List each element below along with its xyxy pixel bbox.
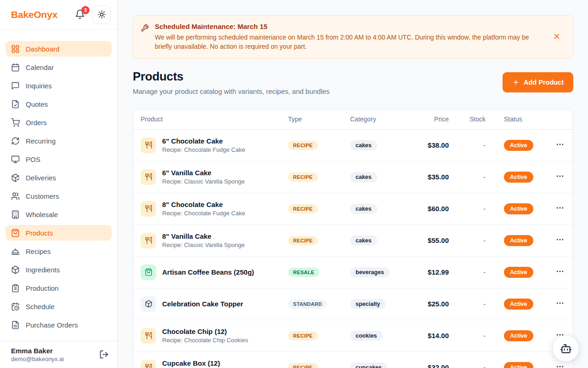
package-icon: [11, 265, 20, 274]
table-row[interactable]: Cupcake Box (12) Recipe: Classic Vanilla…: [133, 352, 573, 368]
ellipsis-icon: [555, 203, 565, 213]
table-row[interactable]: 8" Vanilla Cake Recipe: Classic Vanilla …: [133, 225, 573, 257]
product-stock: -: [449, 205, 486, 213]
logout-button[interactable]: [99, 350, 109, 360]
sidebar-item-deliveries[interactable]: Deliveries: [6, 170, 112, 185]
type-badge: RECIPE: [288, 172, 318, 182]
sun-icon: [97, 10, 106, 19]
category-badge: cakes: [350, 204, 377, 214]
sidebar-item-purchase-orders[interactable]: Purchase Orders: [6, 317, 112, 333]
notifications-button[interactable]: 3: [75, 9, 86, 20]
products-table: Product Type Category Price Stock Status…: [133, 109, 573, 368]
table-row[interactable]: 6" Vanilla Cake Recipe: Classic Vanilla …: [133, 161, 573, 193]
utensils-icon: [141, 138, 156, 153]
status-badge: Active: [504, 203, 533, 214]
shopping-bag-icon: [11, 229, 20, 237]
app-logo[interactable]: BakeOnyx: [11, 9, 57, 20]
user-name: Emma Baker: [11, 347, 64, 355]
sidebar-item-label: Products: [26, 229, 53, 237]
sidebar-item-orders[interactable]: Orders: [6, 115, 112, 130]
page-subtitle: Manage your product catalog with variant…: [133, 87, 330, 95]
product-stock: -: [449, 173, 486, 181]
row-menu-button[interactable]: [554, 172, 565, 183]
sidebar-item-recipes[interactable]: Recipes: [6, 243, 112, 259]
row-menu-button[interactable]: [554, 299, 565, 310]
table-row[interactable]: 8" Chocolate Cake Recipe: Chocolate Fudg…: [133, 193, 573, 225]
product-stock: -: [449, 364, 486, 368]
utensils-icon: [141, 360, 156, 368]
type-badge: RECIPE: [288, 141, 318, 150]
banner-message: We will be performing scheduled maintena…: [155, 33, 537, 52]
sidebar-item-quotes[interactable]: Quotes: [6, 96, 112, 112]
chat-icon: [11, 81, 20, 90]
category-badge: cupcakes: [350, 362, 387, 368]
product-price: $55.00: [412, 236, 449, 244]
file-check-icon: [11, 100, 20, 109]
ellipsis-icon: [555, 140, 565, 149]
product-recipe-subtitle: Recipe: Chocolate Fudge Cake: [162, 146, 245, 153]
add-product-button[interactable]: Add Product: [503, 72, 573, 92]
product-name: Chocolate Chip (12): [162, 328, 248, 335]
product-price: $35.00: [412, 173, 449, 181]
sidebar-item-calendar[interactable]: Calendar: [6, 59, 112, 75]
sidebar-item-label: Calendar: [26, 63, 54, 71]
table-body: 6" Chocolate Cake Recipe: Chocolate Fudg…: [133, 130, 573, 368]
sidebar-footer: Emma Baker demo@bakeonyx.ai: [0, 341, 117, 368]
row-menu-button[interactable]: [554, 362, 565, 368]
sidebar-item-recurring[interactable]: Recurring: [6, 133, 112, 149]
product-name: 6" Chocolate Cake: [162, 137, 245, 145]
product-price: $38.00: [412, 141, 449, 149]
row-menu-button[interactable]: [554, 267, 565, 278]
sidebar-item-label: Inquiries: [26, 82, 52, 90]
sidebar-item-inquiries[interactable]: Inquiries: [6, 78, 112, 93]
product-stock: -: [449, 269, 486, 276]
sidebar-item-wholesale[interactable]: Wholesale: [6, 207, 112, 222]
theme-toggle-button[interactable]: [92, 6, 111, 24]
status-badge: Active: [504, 267, 533, 278]
dashboard-icon: [11, 45, 20, 53]
sidebar-item-customers[interactable]: Customers: [6, 188, 112, 204]
sidebar-item-products[interactable]: Products: [6, 225, 112, 241]
column-header-stock: Stock: [449, 115, 486, 123]
table-row[interactable]: Celebration Cake Topper STANDARD special…: [133, 288, 573, 320]
category-badge: cakes: [350, 172, 377, 182]
status-badge: Active: [504, 235, 533, 246]
table-row[interactable]: Artisan Coffee Beans (250g) RESALE bever…: [133, 257, 573, 288]
product-recipe-subtitle: Recipe: Classic Vanilla Sponge: [162, 242, 245, 248]
user-email: demo@bakeonyx.ai: [11, 356, 64, 362]
sidebar-item-label: Customers: [26, 192, 59, 200]
sidebar-nav: Dashboard Calendar Inquiries Quotes Orde…: [0, 29, 117, 341]
assistant-button[interactable]: [553, 335, 579, 362]
type-badge: RECIPE: [288, 236, 318, 245]
ellipsis-icon: [555, 235, 565, 244]
sidebar-item-ingredients[interactable]: Ingredients: [6, 262, 112, 277]
column-header-price: Price: [412, 115, 449, 123]
banner-close-button[interactable]: [552, 32, 562, 42]
table-row[interactable]: Chocolate Chip (12) Recipe: Chocolate Ch…: [133, 320, 573, 352]
sidebar: BakeOnyx 3 Dashboard Calendar Inquiries …: [0, 0, 118, 368]
product-name: Celebration Cake Topper: [162, 300, 243, 308]
product-recipe-subtitle: Recipe: Chocolate Fudge Cake: [162, 210, 245, 217]
close-icon: [553, 32, 561, 40]
sidebar-item-label: Recurring: [26, 137, 56, 145]
refresh-icon: [11, 137, 20, 145]
row-menu-button[interactable]: [554, 235, 565, 246]
table-row[interactable]: 6" Chocolate Cake Recipe: Chocolate Fudg…: [133, 130, 573, 161]
product-recipe-subtitle: Recipe: Chocolate Chip Cookies: [162, 337, 248, 344]
sidebar-item-dashboard[interactable]: Dashboard: [6, 41, 112, 57]
sidebar-item-schedule[interactable]: Schedule: [6, 299, 112, 314]
status-badge: Active: [504, 362, 533, 368]
category-badge: cakes: [350, 140, 377, 150]
product-price: $25.00: [412, 300, 449, 308]
product-name: 8" Chocolate Cake: [162, 201, 245, 208]
product-stock: -: [449, 300, 486, 308]
product-name: Cupcake Box (12): [162, 359, 245, 367]
product-recipe-subtitle: Recipe: Classic Vanilla Sponge: [162, 178, 245, 185]
row-menu-button[interactable]: [554, 203, 565, 214]
sidebar-item-pos[interactable]: POS: [6, 151, 112, 167]
sidebar-item-production[interactable]: Production: [6, 280, 112, 296]
row-menu-button[interactable]: [554, 140, 565, 151]
product-name: Artisan Coffee Beans (250g): [162, 268, 254, 276]
product-name: 6" Vanilla Cake: [162, 169, 245, 177]
product-name: 8" Vanilla Cake: [162, 232, 245, 240]
